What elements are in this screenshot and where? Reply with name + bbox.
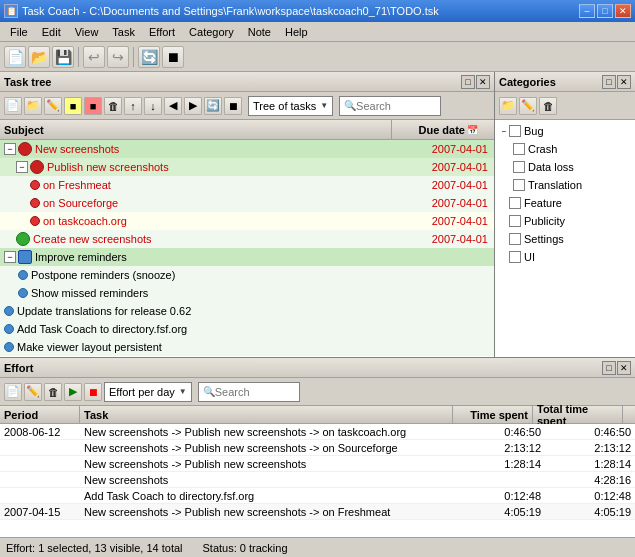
task-delete-button[interactable]: 🗑	[104, 97, 122, 115]
task-yellow-button[interactable]: ■	[64, 97, 82, 115]
effort-search-input[interactable]	[215, 386, 295, 398]
task-row[interactable]: Create new screenshots 2007-04-01	[0, 230, 494, 248]
category-checkbox[interactable]	[513, 179, 525, 191]
task-icon	[18, 288, 28, 298]
maximize-button[interactable]: □	[597, 4, 613, 18]
cat-new-button[interactable]: 📁	[499, 97, 517, 115]
task-row[interactable]: Add Task Coach to directory.fsf.org	[0, 320, 494, 338]
task-edit-button[interactable]: ✏️	[44, 97, 62, 115]
category-item[interactable]: Data loss	[497, 158, 633, 176]
menu-category[interactable]: Category	[183, 25, 240, 39]
col-time-spent[interactable]: Time spent	[453, 406, 533, 423]
new-button[interactable]: 📄	[4, 46, 26, 68]
category-checkbox[interactable]	[509, 251, 521, 263]
task-panel-restore[interactable]: □	[461, 75, 475, 89]
task-row[interactable]: Make viewer layout persistent	[0, 338, 494, 356]
category-checkbox[interactable]	[513, 143, 525, 155]
task-row[interactable]: Postpone reminders (snooze)	[0, 266, 494, 284]
effort-row[interactable]: 2007-04-15 New screenshots -> Publish ne…	[0, 504, 635, 520]
task-panel-close[interactable]: ✕	[476, 75, 490, 89]
cat-edit-button[interactable]: ✏️	[519, 97, 537, 115]
task-row[interactable]: − Publish new screenshots 2007-04-01	[0, 158, 494, 176]
menu-help[interactable]: Help	[279, 25, 314, 39]
cat-panel-restore[interactable]: □	[602, 75, 616, 89]
effort-panel-close[interactable]: ✕	[617, 361, 631, 375]
effort-row[interactable]: Add Task Coach to directory.fsf.org 0:12…	[0, 488, 635, 504]
task-search-box[interactable]: 🔍	[339, 96, 441, 116]
menu-note[interactable]: Note	[242, 25, 277, 39]
effort-new-button[interactable]: 📄	[4, 383, 22, 401]
task-stop[interactable]: ⏹	[224, 97, 242, 115]
menu-file[interactable]: File	[4, 25, 34, 39]
category-item[interactable]: Crash	[497, 140, 633, 158]
category-item[interactable]: UI	[497, 248, 633, 266]
open-button[interactable]: 📂	[28, 46, 50, 68]
undo-button[interactable]: ↩	[83, 46, 105, 68]
effort-delete-button[interactable]: 🗑	[44, 383, 62, 401]
category-checkbox[interactable]	[509, 197, 521, 209]
cat-panel-close[interactable]: ✕	[617, 75, 631, 89]
category-checkbox[interactable]	[509, 125, 521, 137]
task-row[interactable]: Update translations for release 0.62	[0, 302, 494, 320]
save-button[interactable]: 💾	[52, 46, 74, 68]
task-nav-right[interactable]: ▶	[184, 97, 202, 115]
close-button[interactable]: ✕	[615, 4, 631, 18]
task-new-button[interactable]: 📄	[4, 97, 22, 115]
effort-time: 0:46:50	[465, 425, 545, 439]
category-item[interactable]: Publicity	[497, 212, 633, 230]
task-row[interactable]: − Improve reminders	[0, 248, 494, 266]
effort-row[interactable]: New screenshots -> Publish new screensho…	[0, 456, 635, 472]
stop-button[interactable]: ⏹	[162, 46, 184, 68]
minimize-button[interactable]: –	[579, 4, 595, 18]
category-item[interactable]: Settings	[497, 230, 633, 248]
category-label: Bug	[524, 125, 544, 137]
task-up-button[interactable]: ↑	[124, 97, 142, 115]
effort-dropdown-arrow: ▼	[179, 387, 187, 396]
task-refresh[interactable]: 🔄	[204, 97, 222, 115]
task-row[interactable]: − New screenshots 2007-04-01	[0, 140, 494, 158]
menu-task[interactable]: Task	[106, 25, 141, 39]
task-icon	[30, 160, 44, 174]
category-item[interactable]: − Bug	[497, 122, 633, 140]
task-down-button[interactable]: ↓	[144, 97, 162, 115]
effort-edit-button[interactable]: ✏️	[24, 383, 42, 401]
col-subject[interactable]: Subject	[0, 120, 392, 139]
task-expand-toggle[interactable]: −	[4, 251, 16, 263]
effort-row[interactable]: New screenshots 4:28:16	[0, 472, 635, 488]
task-row[interactable]: Show missed reminders	[0, 284, 494, 302]
category-checkbox[interactable]	[513, 161, 525, 173]
col-task[interactable]: Task	[80, 406, 453, 423]
effort-row[interactable]: 2008-06-12 New screenshots -> Publish ne…	[0, 424, 635, 440]
cat-expand-toggle[interactable]: −	[499, 126, 509, 136]
effort-dropdown[interactable]: Effort per day ▼	[104, 382, 192, 402]
menu-edit[interactable]: Edit	[36, 25, 67, 39]
category-checkbox[interactable]	[509, 215, 521, 227]
effort-search-box[interactable]: 🔍	[198, 382, 300, 402]
col-due-date[interactable]: Due date 📅	[392, 120, 482, 139]
task-row[interactable]: on taskcoach.org 2007-04-01	[0, 212, 494, 230]
col-total-time[interactable]: Total time spent	[533, 406, 623, 423]
menu-effort[interactable]: Effort	[143, 25, 181, 39]
effort-panel-restore[interactable]: □	[602, 361, 616, 375]
task-row[interactable]: on Sourceforge 2007-04-01	[0, 194, 494, 212]
task-red-button[interactable]: ■	[84, 97, 102, 115]
redo-button[interactable]: ↪	[107, 46, 129, 68]
category-item[interactable]: Feature	[497, 194, 633, 212]
task-expand-toggle[interactable]: −	[16, 161, 28, 173]
category-item[interactable]: Translation	[497, 176, 633, 194]
refresh-button[interactable]: 🔄	[138, 46, 160, 68]
task-search-input[interactable]	[356, 100, 436, 112]
effort-stop-button[interactable]: ⏹	[84, 383, 102, 401]
category-checkbox[interactable]	[509, 233, 521, 245]
task-nav-left[interactable]: ◀	[164, 97, 182, 115]
cat-delete-button[interactable]: 🗑	[539, 97, 557, 115]
task-row[interactable]: on Freshmeat 2007-04-01	[0, 176, 494, 194]
task-expand-toggle[interactable]: −	[4, 143, 16, 155]
task-date: 2007-04-01	[402, 143, 492, 155]
menu-view[interactable]: View	[69, 25, 105, 39]
tree-view-dropdown[interactable]: Tree of tasks ▼	[248, 96, 333, 116]
task-new-sub-button[interactable]: 📁	[24, 97, 42, 115]
effort-start-button[interactable]: ▶	[64, 383, 82, 401]
effort-row[interactable]: New screenshots -> Publish new screensho…	[0, 440, 635, 456]
col-period[interactable]: Period	[0, 406, 80, 423]
